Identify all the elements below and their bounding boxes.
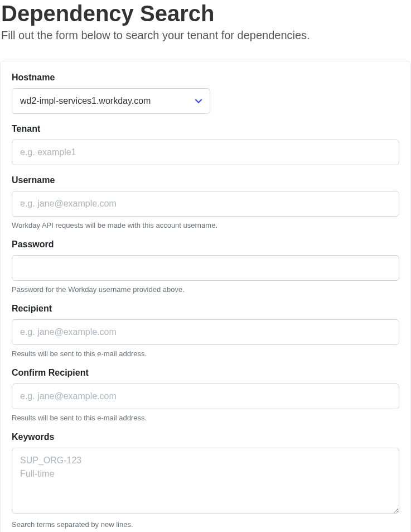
recipient-input[interactable] xyxy=(12,319,399,345)
hostname-select[interactable]: wd2-impl-services1.workday.com xyxy=(12,88,210,114)
recipient-help: Results will be sent to this e-mail addr… xyxy=(12,349,399,358)
keywords-label: Keywords xyxy=(12,432,399,442)
page-title: Dependency Search xyxy=(1,0,410,27)
hostname-label: Hostname xyxy=(12,73,399,83)
tenant-label: Tenant xyxy=(12,124,399,134)
tenant-input[interactable] xyxy=(12,140,399,165)
page-subtitle: Fill out the form below to search your t… xyxy=(1,29,410,42)
keywords-textarea[interactable] xyxy=(12,448,399,514)
confirm-recipient-input[interactable] xyxy=(12,384,399,409)
recipient-label: Recipient xyxy=(12,304,399,314)
keywords-help: Search terms separated by new lines. xyxy=(12,520,399,529)
confirm-recipient-label: Confirm Recipient xyxy=(12,368,399,378)
confirm-recipient-help: Results will be sent to this e-mail addr… xyxy=(12,414,399,422)
password-label: Password xyxy=(12,239,399,250)
username-label: Username xyxy=(12,175,399,185)
username-input[interactable] xyxy=(12,191,399,217)
password-input[interactable] xyxy=(12,255,399,281)
password-help: Password for the Workday username provid… xyxy=(12,285,399,294)
username-help: Workday API requests will be made with t… xyxy=(12,221,399,229)
search-form-card: Hostname wd2-impl-services1.workday.com … xyxy=(0,61,411,532)
